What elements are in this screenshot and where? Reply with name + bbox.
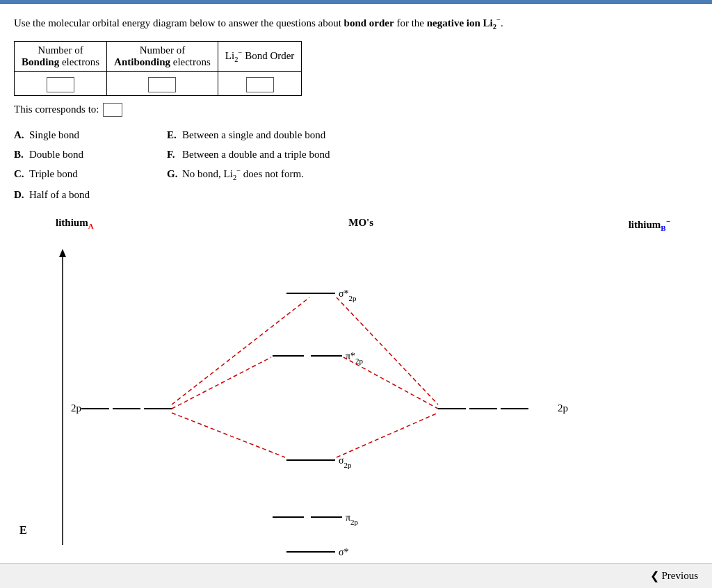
corresponds-input[interactable] xyxy=(103,103,122,117)
choice-E-letter: E. xyxy=(167,126,179,143)
choice-E: E. Between a single and double bond xyxy=(167,126,698,143)
choice-G-letter: G. xyxy=(167,165,179,182)
bonding-electrons-input[interactable] xyxy=(47,77,74,92)
svg-line-16 xyxy=(172,357,271,409)
antibonding-electrons-input[interactable] xyxy=(148,77,176,92)
svg-marker-1 xyxy=(59,249,66,257)
e-axis-label: E xyxy=(19,524,27,537)
choice-D-letter: D. xyxy=(14,186,26,203)
sigma-star-2p-label: σ*2p xyxy=(339,288,357,302)
svg-line-20 xyxy=(337,413,438,457)
choices-grid: A. Single bond E. Between a single and d… xyxy=(14,126,698,204)
subscript-a: A xyxy=(88,222,94,230)
mos-label: MO's xyxy=(348,217,373,232)
lithium-a-label: lithiumA xyxy=(56,217,94,232)
corresponds-row: This corresponds to: xyxy=(14,103,698,117)
col1-header: Number ofBonding electrons xyxy=(15,41,107,71)
choice-F: F. Between a double and a triple bond xyxy=(167,146,698,163)
previous-button[interactable]: ❮ Previous xyxy=(650,569,699,582)
choice-B: B. Double bond xyxy=(14,146,167,163)
choice-G: G. No bond, Li2− does not form. xyxy=(167,165,698,184)
bottom-bar: ❮ Previous xyxy=(0,563,712,588)
choice-A: A. Single bond xyxy=(14,126,167,143)
pi-star-2p-label: π*2p xyxy=(346,351,364,365)
subscript-b: B xyxy=(661,224,665,232)
intro-paragraph: Use the molecular orbital energy diagram… xyxy=(14,15,698,33)
choice-A-text: Single bond xyxy=(29,126,79,143)
choice-A-letter: A. xyxy=(14,126,26,143)
sigma-star-bottom-label: σ* xyxy=(339,547,349,557)
chevron-left-icon: ❮ xyxy=(650,569,659,582)
svg-line-17 xyxy=(172,413,285,457)
col2-bold: Antibonding xyxy=(114,56,170,67)
sigma-2p-label: σ2p xyxy=(339,455,352,469)
svg-line-19 xyxy=(343,357,438,409)
bold-bond-order: bond order xyxy=(344,17,394,28)
choice-E-text: Between a single and double bond xyxy=(182,126,325,143)
superscript-neg: − xyxy=(666,217,670,225)
choice-F-letter: F. xyxy=(167,146,179,163)
mo-diagram-area: lithiumA MO's lithiumB− E 2p 2p xyxy=(14,217,698,578)
right-2p-label: 2p xyxy=(558,402,568,414)
choice-C: C. Triple bond xyxy=(14,165,167,184)
corresponds-label: This corresponds to: xyxy=(14,104,99,115)
svg-line-15 xyxy=(172,297,309,405)
choice-D-text: Half of a bond xyxy=(29,186,90,203)
col2-input-cell xyxy=(107,71,218,95)
mo-header-row: lithiumA MO's lithiumB− xyxy=(14,217,698,232)
mo-table: Number ofBonding electrons Number ofAnti… xyxy=(14,41,302,96)
col2-header: Number ofAntibonding electrons xyxy=(107,41,218,71)
col1-input-cell xyxy=(15,71,107,95)
choice-G-text: No bond, Li2− does not form. xyxy=(182,165,304,184)
pi-2p-label: π2p xyxy=(346,512,359,526)
choice-D: D. Half of a bond xyxy=(14,186,167,203)
col1-bold: Bonding xyxy=(22,56,59,67)
mo-diagram-svg: 2p 2p σ*2p π*2p σ2p π2p xyxy=(43,239,669,573)
choice-B-letter: B. xyxy=(14,146,26,163)
choice-C-letter: C. xyxy=(14,165,26,182)
choice-F-text: Between a double and a triple bond xyxy=(182,146,330,163)
lithium-b-label: lithiumB− xyxy=(629,217,670,232)
left-2p-label: 2p xyxy=(71,402,81,414)
col3-input-cell xyxy=(218,71,302,95)
choice-C-text: Triple bond xyxy=(29,165,78,182)
bond-order-input[interactable] xyxy=(246,77,274,92)
previous-label: Previous xyxy=(662,570,699,582)
main-content: Use the molecular orbital energy diagram… xyxy=(0,4,712,585)
col3-header: Li2− Bond Order xyxy=(218,41,302,71)
bold-negative-ion: negative ion Li2− xyxy=(427,17,501,28)
choice-B-text: Double bond xyxy=(29,146,83,163)
